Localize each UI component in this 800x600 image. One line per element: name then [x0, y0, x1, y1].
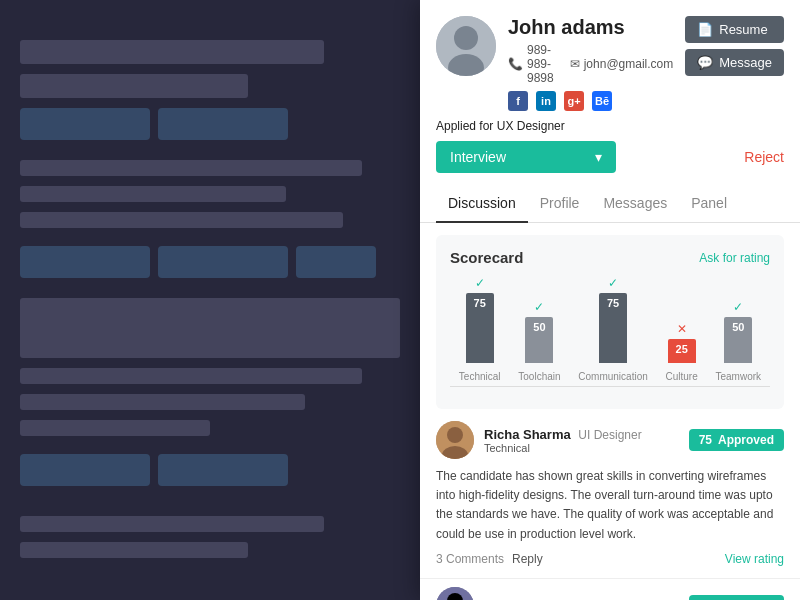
comment-card-1: Richa Sharma UI Designer Technical 75 Ap…	[420, 421, 800, 578]
culture-label: Culture	[666, 371, 698, 382]
interview-label: Interview	[450, 149, 506, 165]
toolchain-bar: 50	[525, 317, 553, 363]
chevron-down-icon: ▾	[595, 149, 602, 165]
message-icon: 💬	[697, 55, 713, 70]
communication-label: Communication	[578, 371, 647, 382]
comment-text-1: The candidate has shown great skills in …	[436, 467, 784, 544]
phone-info: 📞 989-989-9898	[508, 43, 558, 85]
score-label-1: Approved	[718, 433, 774, 447]
svg-point-1	[454, 26, 478, 50]
contact-row: 📞 989-989-9898 ✉ john@gmail.com	[508, 43, 673, 85]
bar-technical: ✓ 75 Technical	[459, 277, 501, 382]
comment-header-2: Gaurav Singh Human Resources 75 Approved	[436, 587, 784, 600]
panel-header: John adams 📞 989-989-9898 ✉ john@gmail.c…	[420, 0, 800, 111]
bar-toolchain: ✓ 50 Toolchain	[518, 301, 560, 382]
scorecard-section: Scorecard Ask for rating ✓ 75 Technical …	[436, 235, 784, 409]
teamwork-bar: 50	[724, 317, 752, 363]
email-info: ✉ john@gmail.com	[570, 57, 674, 71]
teamwork-label: Teamwork	[716, 371, 762, 382]
tab-messages[interactable]: Messages	[591, 185, 679, 223]
ask-rating-link[interactable]: Ask for rating	[699, 251, 770, 265]
bar-teamwork: ✓ 50 Teamwork	[716, 301, 762, 382]
chart-area: ✓ 75 Technical ✓ 50 Toolchain ✓ 75 Commu…	[450, 282, 770, 382]
technical-bar: 75	[466, 293, 494, 363]
reply-link[interactable]: Reply	[512, 552, 543, 566]
toolchain-check-icon: ✓	[534, 301, 544, 313]
comment-footer-left: 3 Comments Reply	[436, 552, 543, 566]
header-info: John adams 📞 989-989-9898 ✉ john@gmail.c…	[508, 16, 673, 111]
applied-label: Applied for	[436, 119, 493, 133]
header-actions: 📄 Resume 💬 Message	[685, 16, 784, 76]
culture-bar: 25	[668, 339, 696, 363]
behance-icon[interactable]: Bē	[592, 91, 612, 111]
phone-icon: 📞	[508, 57, 523, 71]
tab-panel[interactable]: Panel	[679, 185, 739, 223]
phone-number: 989-989-9898	[527, 43, 558, 85]
comment-footer-1: 3 Comments Reply View rating	[436, 552, 784, 566]
candidate-panel: John adams 📞 989-989-9898 ✉ john@gmail.c…	[420, 0, 800, 600]
commenter-info-1: Richa Sharma UI Designer Technical	[484, 427, 679, 454]
tab-discussion[interactable]: Discussion	[436, 185, 528, 223]
comment-header-1: Richa Sharma UI Designer Technical 75 Ap…	[436, 421, 784, 459]
candidate-name: John adams	[508, 16, 673, 39]
facebook-icon[interactable]: f	[508, 91, 528, 111]
applied-role: UX Designer	[497, 119, 565, 133]
tabs-bar: Discussion Profile Messages Panel	[420, 185, 800, 223]
bar-culture: ✕ 25 Culture	[666, 323, 698, 382]
comments-count: 3 Comments	[436, 552, 504, 566]
resume-icon: 📄	[697, 22, 713, 37]
culture-x-icon: ✕	[677, 323, 687, 335]
score-value-1: 75	[699, 433, 712, 447]
email-icon: ✉	[570, 57, 580, 71]
scorecard-header: Scorecard Ask for rating	[450, 249, 770, 266]
scorecard-title: Scorecard	[450, 249, 523, 266]
interview-dropdown[interactable]: Interview ▾	[436, 141, 616, 173]
score-badge-1: 75 Approved	[689, 429, 784, 451]
resume-button[interactable]: 📄 Resume	[685, 16, 784, 43]
toolchain-label: Toolchain	[518, 371, 560, 382]
teamwork-check-icon: ✓	[733, 301, 743, 313]
technical-label: Technical	[459, 371, 501, 382]
reject-button[interactable]: Reject	[744, 149, 784, 165]
googleplus-icon[interactable]: g+	[564, 91, 584, 111]
commenter-avatar-2	[436, 587, 474, 600]
message-button[interactable]: 💬 Message	[685, 49, 784, 76]
interview-bar: Interview ▾ Reject	[420, 141, 800, 185]
communication-bar: 75	[599, 293, 627, 363]
score-badge-2: 75 Approved	[689, 595, 784, 600]
bar-communication: ✓ 75 Communication	[578, 277, 647, 382]
view-rating-link[interactable]: View rating	[725, 552, 784, 566]
technical-check-icon: ✓	[475, 277, 485, 289]
svg-point-4	[447, 427, 463, 443]
candidate-avatar	[436, 16, 496, 76]
chart-divider	[450, 386, 770, 387]
applied-row: Applied for UX Designer	[420, 111, 800, 141]
commenter-name-1: Richa Sharma UI Designer	[484, 427, 679, 442]
commenter-tag-1: Technical	[484, 442, 679, 454]
communication-check-icon: ✓	[608, 277, 618, 289]
tab-profile[interactable]: Profile	[528, 185, 592, 223]
linkedin-icon[interactable]: in	[536, 91, 556, 111]
social-icons: f in g+ Bē	[508, 91, 673, 111]
commenter-avatar-1	[436, 421, 474, 459]
background-content	[0, 0, 420, 600]
comment-card-2: Gaurav Singh Human Resources 75 Approved	[420, 578, 800, 600]
email-address: john@gmail.com	[584, 57, 674, 71]
